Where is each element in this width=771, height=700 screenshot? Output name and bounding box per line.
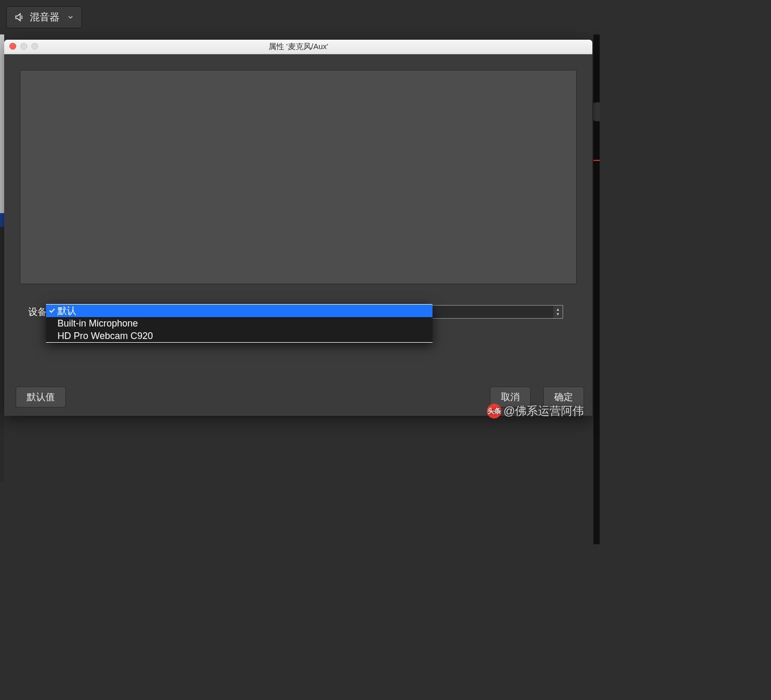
stepper-up-icon: ▲ xyxy=(556,308,560,312)
dialog-footer: 默认值 取消 确定 xyxy=(16,387,584,407)
mixer-label: 混音器 xyxy=(30,10,60,24)
dialog-titlebar[interactable]: 属性 '麦克风/Aux' xyxy=(4,40,592,54)
window-controls xyxy=(9,43,38,50)
background-red-marker xyxy=(593,160,600,161)
dropdown-option[interactable]: Built-in Microphone xyxy=(46,317,433,330)
dropdown-option-label: 默认 xyxy=(57,305,76,317)
dialog-body: 设备 ▲ ▼ 默认 Built-in Microphone HD Pro Web… xyxy=(4,54,592,416)
preview-panel xyxy=(20,70,577,284)
device-dropdown-list[interactable]: 默认 Built-in Microphone HD Pro Webcam C92… xyxy=(46,304,433,343)
top-toolbar: 混音器 xyxy=(0,0,600,34)
mixer-dropdown-button[interactable]: 混音器 xyxy=(6,6,82,28)
cancel-button[interactable]: 取消 xyxy=(490,387,531,407)
defaults-button[interactable]: 默认值 xyxy=(16,387,66,407)
dialog-title: 属性 '麦克风/Aux' xyxy=(268,42,329,52)
properties-dialog: 属性 '麦克风/Aux' 设备 ▲ ▼ 默认 Built-in Micropho… xyxy=(4,40,592,416)
dropdown-option[interactable]: 默认 xyxy=(46,305,433,317)
device-label: 设备 xyxy=(28,306,47,318)
dropdown-option[interactable]: HD Pro Webcam C920 xyxy=(46,330,433,342)
minimize-icon[interactable] xyxy=(20,43,27,50)
maximize-icon[interactable] xyxy=(31,43,38,50)
dropdown-option-label: Built-in Microphone xyxy=(57,317,138,330)
dropdown-option-label: HD Pro Webcam C920 xyxy=(57,330,153,342)
background-right-strip xyxy=(593,34,600,544)
speaker-icon xyxy=(14,12,25,22)
background-left-strip xyxy=(0,34,4,482)
close-icon[interactable] xyxy=(9,43,16,50)
select-stepper-icon[interactable]: ▲ ▼ xyxy=(553,306,563,318)
ok-button[interactable]: 确定 xyxy=(543,387,584,407)
chevron-down-icon xyxy=(67,14,74,21)
check-icon xyxy=(48,307,56,314)
stepper-down-icon: ▼ xyxy=(556,312,560,317)
background-tab-stub xyxy=(593,102,600,121)
